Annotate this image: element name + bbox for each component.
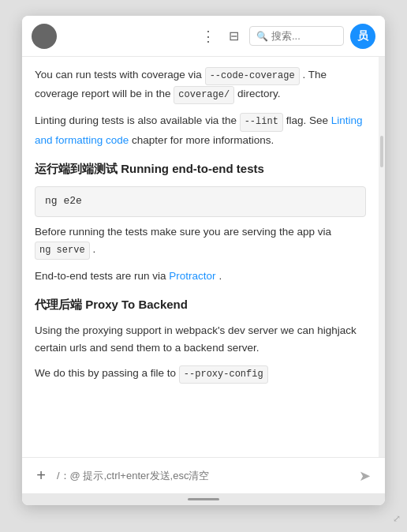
content-wrapper: You can run tests with coverage via --co… — [22, 57, 385, 457]
para6: We do this by passing a file to --proxy-… — [35, 365, 366, 384]
layout-icon[interactable]: ⊟ — [224, 27, 243, 46]
message-input[interactable] — [57, 470, 347, 481]
para1: You can run tests with coverage via --co… — [35, 66, 366, 104]
code-block-e2e: ng e2e — [35, 186, 366, 217]
para4: End-to-end tests are run via Protractor … — [35, 268, 366, 285]
search-input[interactable] — [271, 30, 334, 42]
section1-heading: 运行端到端测试 Running end-to-end tests — [35, 159, 366, 178]
scrollbar[interactable] — [379, 57, 385, 457]
avatar — [32, 24, 57, 49]
proxy-config-code: --proxy-config — [179, 365, 268, 384]
user-avatar[interactable]: 员 — [350, 24, 375, 49]
para3: Before running the tests make sure you a… — [35, 223, 366, 260]
para2: Linting during tests is also available v… — [35, 112, 366, 148]
ng-serve-code: ng serve — [35, 242, 90, 260]
resize-icon[interactable]: ⤢ — [393, 513, 401, 524]
code-coverage-flag: --code-coverage — [205, 67, 300, 85]
send-button[interactable]: ➤ — [353, 465, 375, 487]
bottom-line — [188, 498, 219, 500]
protractor-link[interactable]: Protractor — [169, 270, 215, 282]
main-window: ⋮ ⊟ 🔍 员 You can run tests wit — [22, 16, 385, 505]
scrollbar-thumb — [380, 136, 383, 167]
content-area[interactable]: You can run tests with coverage via --co… — [22, 57, 379, 457]
section2-heading: 代理后端 Proxy To Backend — [35, 295, 366, 314]
bottom-bar — [22, 493, 385, 505]
search-box[interactable]: 🔍 — [249, 26, 344, 46]
lint-flag: --lint — [240, 113, 283, 131]
coverage-dir: coverage/ — [174, 86, 234, 104]
header: ⋮ ⊟ 🔍 员 — [22, 16, 385, 57]
input-bar: + ➤ — [22, 457, 385, 493]
more-icon[interactable]: ⋮ — [199, 27, 218, 46]
search-icon: 🔍 — [256, 31, 268, 42]
para5: Using the proxying support in webpack's … — [35, 322, 366, 356]
add-button[interactable]: + — [32, 466, 50, 485]
